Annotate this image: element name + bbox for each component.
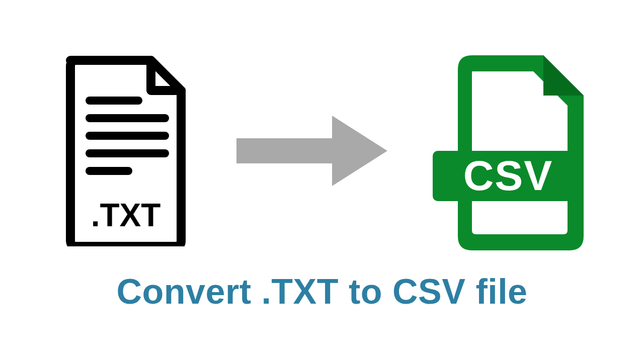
txt-label: .TXT	[91, 197, 161, 233]
txt-file-icon: .TXT	[50, 55, 201, 246]
arrow-icon	[231, 126, 392, 176]
caption-text: Convert .TXT to CSV file	[116, 272, 527, 312]
csv-label: CSV	[463, 152, 553, 199]
csv-file-icon: CSV	[423, 50, 594, 251]
diagram-row: .TXT CSV	[50, 50, 594, 251]
svg-marker-5	[236, 116, 387, 186]
